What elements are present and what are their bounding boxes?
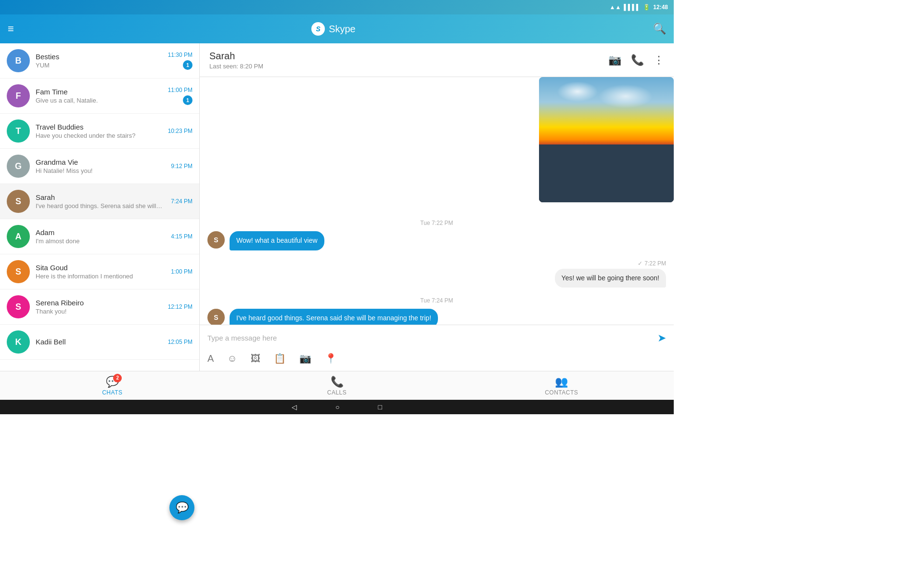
toolbar: ≡ S Skype 🔍 — [0, 14, 674, 43]
send-button[interactable]: ➤ — [657, 332, 666, 344]
chat-name-travel-buddies: Travel Buddies — [36, 123, 168, 131]
chat-time-travel-buddies: 10:23 PM — [168, 128, 192, 134]
sender-avatar-2: S — [207, 309, 225, 325]
android-home-button[interactable]: ○ — [335, 403, 339, 411]
android-recent-button[interactable]: □ — [378, 403, 382, 411]
search-button[interactable]: 🔍 — [653, 23, 666, 35]
chat-preview-grandma-vie: Hi Natalie! Miss you! — [36, 167, 171, 174]
chat-preview-serena-ribeiro: Thank you! — [36, 308, 168, 315]
chat-item-grandma-vie[interactable]: G Grandma Vie Hi Natalie! Miss you! 9:12… — [0, 149, 199, 184]
chat-meta-serena-ribeiro: 12:12 PM — [168, 303, 192, 310]
check-icon: ✓ — [638, 260, 642, 267]
chat-time-serena-ribeiro: 12:12 PM — [168, 303, 192, 310]
avatar-besties: B — [7, 49, 30, 72]
chat-name-fam-time: Fam Time — [36, 88, 168, 96]
chat-item-sita-goud[interactable]: S Sita Goud Here is the information I me… — [0, 254, 199, 289]
message-group-3: Tue 7:24 PM S I've heard good things. Se… — [207, 297, 666, 325]
chat-preview-travel-buddies: Have you checked under the stairs? — [36, 132, 168, 139]
battery-icon: 🔋 — [643, 4, 650, 11]
chats-badge: 2 — [113, 374, 122, 382]
sidebar: B Besties YUM 11:30 PM 1 F Fam Time Give… — [0, 43, 200, 371]
messages-area: Tue 7:22 PM S Wow! what a beautiful view… — [200, 77, 674, 325]
skyline — [539, 144, 674, 202]
chat-info-fam-time: Fam Time Give us a call, Natalie. — [36, 88, 168, 104]
avatar-sita-goud: S — [7, 260, 30, 283]
chat-item-serena-ribeiro[interactable]: S Serena Ribeiro Thank you! 12:12 PM — [0, 289, 199, 325]
chat-info-besties: Besties YUM — [36, 53, 168, 69]
chat-meta-kadii-bell: 12:05 PM — [168, 339, 192, 345]
chat-meta-sita-goud: 1:00 PM — [171, 268, 192, 275]
chat-item-travel-buddies[interactable]: T Travel Buddies Have you checked under … — [0, 114, 199, 149]
city-image-inner — [539, 77, 674, 202]
time: 12:48 — [653, 4, 668, 11]
app-title: Skype — [329, 24, 356, 35]
message-timestamp-2: Tue 7:24 PM — [207, 297, 666, 304]
message-input[interactable] — [207, 330, 657, 346]
chat-time-grandma-vie: 9:12 PM — [171, 163, 192, 170]
chat-item-fam-time[interactable]: F Fam Time Give us a call, Natalie. 11:0… — [0, 79, 199, 114]
sent-meta-1: ✓ 7:22 PM — [207, 260, 666, 267]
chat-item-adam[interactable]: A Adam I'm almost done 4:15 PM — [0, 219, 199, 254]
chat-name-serena-ribeiro: Serena Ribeiro — [36, 299, 168, 307]
chat-item-kadii-bell[interactable]: K Kadii Bell 12:05 PM — [0, 325, 199, 360]
contact-name: Sarah — [209, 51, 263, 62]
message-group-2: ✓ 7:22 PM Yes! we will be going there so… — [207, 260, 666, 288]
chat-area: Sarah Last seen: 8:20 PM 📷 📞 ⋮ Tue 7:22 … — [200, 43, 674, 371]
chat-info-adam: Adam I'm almost done — [36, 228, 171, 245]
shared-image[interactable] — [539, 77, 674, 202]
sent-time-1: 7:22 PM — [644, 260, 666, 267]
avatar-fam-time: F — [7, 84, 30, 107]
chats-label: CHATS — [102, 389, 122, 396]
chat-item-besties[interactable]: B Besties YUM 11:30 PM 1 — [0, 43, 199, 79]
camera-button[interactable]: 📷 — [299, 353, 311, 364]
chat-name-besties: Besties — [36, 53, 168, 61]
location-button[interactable]: 📍 — [325, 353, 337, 364]
android-back-button[interactable]: ◁ — [292, 403, 297, 411]
chat-item-sarah[interactable]: S Sarah I've heard good things. Serena s… — [0, 184, 199, 219]
chat-info-serena-ribeiro: Serena Ribeiro Thank you! — [36, 299, 168, 315]
message-bubble-2: Yes! we will be going there soon! — [555, 269, 666, 288]
chat-time-sarah: 7:24 PM — [171, 198, 192, 205]
chat-preview-sita-goud: Here is the information I mentioned — [36, 273, 171, 280]
message-timestamp-1: Tue 7:22 PM — [207, 220, 666, 226]
nav-item-calls[interactable]: 📞 CALLS — [225, 373, 449, 399]
status-bar: ▲▲ ▌▌▌▌ 🔋 12:48 — [0, 0, 674, 14]
nav-item-chats[interactable]: 2 💬 CHATS — [0, 373, 225, 399]
contact-status: Last seen: 8:20 PM — [209, 63, 263, 70]
chat-header: Sarah Last seen: 8:20 PM 📷 📞 ⋮ — [200, 43, 674, 77]
chat-time-besties: 11:30 PM — [168, 52, 192, 58]
chat-meta-grandma-vie: 9:12 PM — [171, 163, 192, 170]
toolbar-center: S Skype — [311, 22, 356, 36]
menu-button[interactable]: ≡ — [8, 23, 14, 35]
emoji-button[interactable]: ☺ — [227, 353, 237, 364]
sender-avatar-1: S — [207, 231, 225, 249]
chat-name-sarah: Sarah — [36, 193, 171, 201]
text-format-button[interactable]: A — [207, 353, 214, 364]
nav-item-contacts[interactable]: 👥 CONTACTS — [449, 373, 674, 399]
message-bubble-3: I've heard good things. Serena said she … — [230, 309, 438, 325]
voice-call-button[interactable]: 📞 — [631, 54, 644, 66]
signal-icon: ▌▌▌▌ — [624, 4, 640, 11]
chat-preview-besties: YUM — [36, 62, 168, 69]
chat-preview-fam-time: Give us a call, Natalie. — [36, 97, 168, 104]
chat-time-fam-time: 11:00 PM — [168, 87, 192, 93]
chat-info-kadii-bell: Kadii Bell — [36, 338, 168, 347]
chat-meta-sarah: 7:24 PM — [171, 198, 192, 205]
image-button[interactable]: 🖼 — [251, 353, 260, 364]
skype-logo: S — [311, 22, 325, 36]
chat-meta-fam-time: 11:00 PM 1 — [168, 87, 192, 105]
chat-meta-adam: 4:15 PM — [171, 233, 192, 240]
avatar-travel-buddies: T — [7, 119, 30, 143]
video-call-button[interactable]: 📷 — [608, 54, 621, 66]
avatar-kadii-bell: K — [7, 330, 30, 354]
clouds — [539, 82, 674, 120]
file-button[interactable]: 📋 — [274, 353, 286, 364]
message-input-row: ➤ — [207, 330, 666, 346]
chat-time-adam: 4:15 PM — [171, 233, 192, 240]
message-row-received-1: S Wow! what a beautiful view — [207, 231, 666, 250]
calls-label: CALLS — [327, 389, 347, 396]
more-options-button[interactable]: ⋮ — [654, 54, 664, 66]
chat-name-grandma-vie: Grandma Vie — [36, 158, 171, 166]
contacts-label: CONTACTS — [545, 389, 578, 396]
chat-name-adam: Adam — [36, 228, 171, 236]
